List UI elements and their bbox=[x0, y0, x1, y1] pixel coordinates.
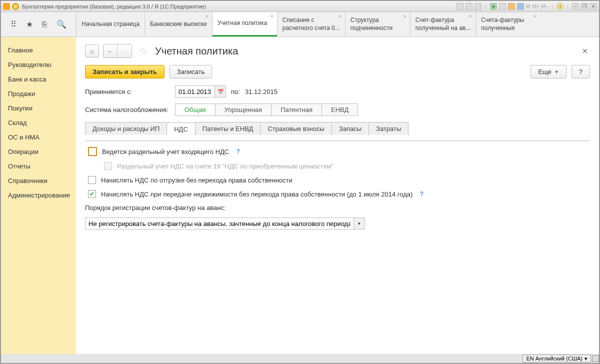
sidebar-item-operations[interactable]: Операции bbox=[1, 144, 76, 159]
checkbox-vat-19 bbox=[104, 162, 112, 170]
advance-label: Порядок регистрации счетов-фактур на ава… bbox=[85, 204, 226, 212]
tab-policy[interactable]: Учетная политика✕ bbox=[212, 12, 277, 36]
tax-option-envd[interactable]: ЕНВД bbox=[322, 104, 358, 116]
tab-close-icon[interactable]: ✕ bbox=[338, 14, 342, 20]
tab-close-icon[interactable]: ✕ bbox=[534, 14, 538, 20]
sidebar-item-assets[interactable]: ОС и НМА bbox=[1, 130, 76, 144]
tab-close-icon[interactable]: ✕ bbox=[270, 14, 274, 20]
nav-circle-icon[interactable] bbox=[12, 3, 19, 10]
help-button[interactable]: ? bbox=[572, 65, 590, 78]
date-to-value: 31.12.2015 bbox=[245, 88, 278, 96]
toolbar-icon-1[interactable] bbox=[456, 3, 464, 10]
chevron-down-icon: ▾ bbox=[584, 356, 588, 362]
content: ⌂ ← → ☆ Учетная политика ✕ Записать и за… bbox=[76, 37, 599, 354]
date-from-input[interactable] bbox=[175, 86, 215, 98]
sidebar-item-reports[interactable]: Отчеты bbox=[1, 159, 76, 174]
home-button[interactable]: ⌂ bbox=[85, 44, 99, 58]
favorite-star-icon[interactable]: ☆ bbox=[139, 45, 148, 57]
page-title: Учетная политика bbox=[155, 46, 576, 57]
tab-writeoff[interactable]: Списание с расчетного счета 0...✕ bbox=[277, 12, 345, 36]
subtab-insurance[interactable]: Страховые взносы bbox=[260, 122, 332, 135]
tab-invoice-in[interactable]: Счет-фактура полученный на ав...✕ bbox=[410, 12, 476, 36]
sidebar-item-bank[interactable]: Банк и касса bbox=[1, 72, 76, 86]
toolbar-icon-fav[interactable]: ★ bbox=[490, 3, 497, 10]
sidebar-item-admin[interactable]: Администрирование bbox=[1, 188, 76, 202]
titlebar: Бухгалтерия предприятия (базовая), редак… bbox=[1, 1, 599, 12]
app-tabs: ⠿ ★ ⎘ 🔍 Начальная страница Банковские вы… bbox=[1, 12, 599, 37]
tax-system-toggle: Общая Упрощенная Патентная ЕНВД bbox=[175, 104, 358, 116]
apps-icon[interactable]: ⠿ bbox=[10, 20, 16, 29]
search-icon[interactable]: 🔍 bbox=[56, 20, 66, 29]
close-window-icon[interactable]: ✕ bbox=[590, 3, 597, 10]
memory-m[interactable]: M bbox=[526, 4, 530, 9]
minimize-icon[interactable]: – bbox=[572, 3, 579, 10]
subtab-patents[interactable]: Патенты и ЕНВД bbox=[195, 122, 261, 135]
toolbar-icon-cal[interactable] bbox=[517, 3, 524, 10]
subtab-costs[interactable]: Затраты bbox=[368, 122, 408, 135]
sidebar-item-sales[interactable]: Продажи bbox=[1, 86, 76, 101]
sidebar: Главное Руководителю Банк и касса Продаж… bbox=[1, 37, 76, 354]
subtabs: Доходы и расходы ИП НДС Патенты и ЕНВД С… bbox=[85, 122, 590, 135]
sidebar-item-main[interactable]: Главное bbox=[1, 43, 76, 58]
checkbox-separate-vat[interactable] bbox=[88, 147, 97, 156]
close-page-icon[interactable]: ✕ bbox=[580, 45, 590, 57]
window-title: Бухгалтерия предприятия (базовая), редак… bbox=[22, 4, 456, 10]
advance-dropdown[interactable] bbox=[85, 218, 354, 230]
help-icon[interactable]: ? bbox=[418, 190, 426, 198]
save-close-button[interactable]: Записать и закрыть bbox=[85, 65, 164, 78]
to-label: по: bbox=[231, 88, 240, 96]
maximize-icon[interactable]: ❐ bbox=[581, 3, 588, 10]
help-icon[interactable]: ? bbox=[234, 148, 242, 156]
toolbar-icon-2[interactable] bbox=[466, 3, 472, 10]
app-logo-icon bbox=[3, 3, 10, 10]
sidebar-item-manager[interactable]: Руководителю bbox=[1, 58, 76, 72]
checkbox-vat-realestate[interactable]: ✔ bbox=[88, 190, 96, 198]
tax-option-general[interactable]: Общая bbox=[176, 104, 216, 116]
sidebar-item-purchases[interactable]: Покупки bbox=[1, 101, 76, 116]
sidebar-item-warehouse[interactable]: Склад bbox=[1, 116, 76, 130]
tab-close-icon[interactable]: ✕ bbox=[403, 14, 407, 20]
star-icon[interactable]: ★ bbox=[26, 20, 33, 29]
chevron-down-icon[interactable]: ▾ bbox=[354, 218, 365, 230]
toolbar-icon-calc[interactable] bbox=[508, 3, 515, 10]
subtab-stock[interactable]: Запасы bbox=[332, 122, 369, 135]
history-icon[interactable]: ⎘ bbox=[42, 20, 47, 29]
checkbox-label: Начислять НДС при передаче недвижимости … bbox=[101, 190, 412, 198]
sidebar-item-refs[interactable]: Справочники bbox=[1, 174, 76, 188]
checkbox-label: Раздельный учет НДС на счете 19 "НДС по … bbox=[117, 162, 334, 170]
tab-home[interactable]: Начальная страница bbox=[76, 12, 144, 36]
checkbox-vat-shipment[interactable] bbox=[88, 176, 96, 184]
back-button[interactable]: ← bbox=[104, 44, 118, 58]
forward-button[interactable]: → bbox=[118, 44, 132, 58]
subtab-nds[interactable]: НДС bbox=[166, 122, 196, 136]
tab-close-icon[interactable]: ✕ bbox=[205, 14, 209, 20]
tab-bank[interactable]: Банковские выписки✕ bbox=[144, 12, 212, 36]
info-icon[interactable]: i bbox=[556, 3, 564, 10]
subtab-income[interactable]: Доходы и расходы ИП bbox=[85, 122, 167, 135]
tax-option-simplified[interactable]: Упрощенная bbox=[216, 104, 272, 116]
tax-system-label: Система налогообложения: bbox=[85, 106, 170, 114]
checkbox-label: Начислять НДС по отгрузке без перехода п… bbox=[101, 176, 292, 184]
save-button[interactable]: Записать bbox=[170, 65, 212, 78]
checkbox-label: Ведется раздельный учет входящего НДС bbox=[102, 148, 229, 156]
toolbar-icon-4[interactable] bbox=[499, 3, 506, 10]
date-picker-icon[interactable]: 📅 bbox=[215, 86, 226, 98]
memory-mplus[interactable]: M+ bbox=[532, 4, 539, 9]
scroll-down-icon[interactable] bbox=[592, 355, 599, 362]
more-button[interactable]: Еще▼ bbox=[530, 65, 566, 78]
tab-invoices[interactable]: Счета-фактуры полученные✕ bbox=[476, 12, 540, 36]
tab-structure[interactable]: Структура подчиненности✕ bbox=[345, 12, 410, 36]
statusbar: EN Английский (США)▾ bbox=[522, 354, 599, 363]
tab-close-icon[interactable]: ✕ bbox=[468, 14, 472, 20]
memory-mminus[interactable]: M– bbox=[541, 4, 548, 9]
toolbar-icon-3[interactable] bbox=[474, 3, 482, 10]
language-indicator[interactable]: EN Английский (США)▾ bbox=[522, 354, 591, 362]
chevron-down-icon: ▼ bbox=[554, 70, 559, 74]
tax-option-patent[interactable]: Патентная bbox=[272, 104, 322, 116]
applies-from-label: Применяется с: bbox=[85, 88, 170, 96]
